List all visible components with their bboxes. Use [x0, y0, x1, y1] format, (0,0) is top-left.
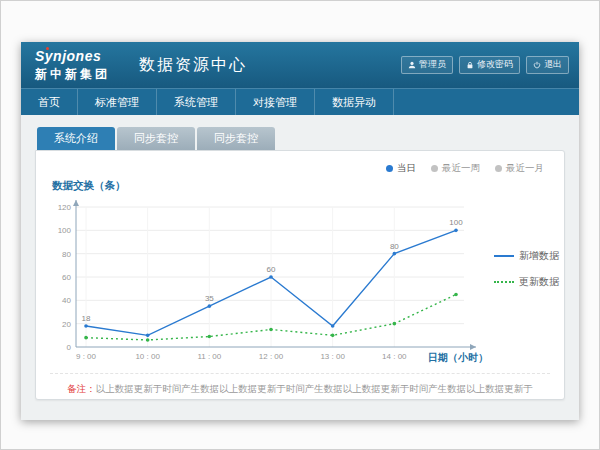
page-title: 数据资源中心 [139, 55, 247, 76]
series-legend: 新增数据 更新数据 [494, 249, 559, 289]
nav-item-standards[interactable]: 标准管理 [78, 89, 157, 115]
lock-icon [466, 61, 474, 69]
header-actions: 管理员 修改密码 退出 [401, 56, 569, 74]
change-password-button[interactable]: 修改密码 [459, 56, 520, 74]
legend-new-data-label: 新增数据 [519, 249, 559, 263]
svg-text:18: 18 [82, 314, 91, 323]
svg-text:35: 35 [205, 294, 214, 303]
svg-text:14 : 00: 14 : 00 [382, 352, 407, 361]
chart-panel: 当日 最近一周 最近一月 数据交换（条） 0204060801001209 : … [35, 150, 565, 400]
nav-item-system[interactable]: 系统管理 [157, 89, 236, 115]
filter-last-week[interactable]: 最近一周 [431, 162, 480, 175]
filter-dot-icon [386, 165, 393, 172]
solid-line-icon [494, 255, 514, 257]
filter-last-month-label: 最近一月 [506, 162, 544, 175]
chart-row: 0204060801001209 : 0010 : 0011 : 0012 : … [36, 195, 564, 373]
main-nav: 首页 标准管理 系统管理 对接管理 数据异动 [21, 88, 579, 115]
svg-text:0: 0 [67, 343, 72, 352]
svg-text:11 : 00: 11 : 00 [197, 352, 221, 361]
nav-item-datachange[interactable]: 数据异动 [315, 89, 394, 115]
desktop: { "header": { "logo_text": "Synjones", "… [0, 0, 600, 450]
nav-item-home[interactable]: 首页 [21, 89, 78, 115]
filter-dot-icon [495, 165, 502, 172]
filter-last-week-label: 最近一周 [442, 162, 480, 175]
svg-text:12 : 00: 12 : 00 [259, 352, 284, 361]
logout-button[interactable]: 退出 [526, 56, 569, 74]
dotted-line-icon [494, 281, 514, 283]
tab-bar: 系统介绍 同步套控 同步套控 [37, 127, 565, 150]
legend-new-data[interactable]: 新增数据 [494, 249, 559, 263]
change-password-label: 修改密码 [477, 59, 513, 71]
brand-logo: Synjones 新中新集团 [31, 48, 123, 83]
svg-text:60: 60 [62, 273, 71, 282]
filter-today-label: 当日 [397, 162, 416, 175]
svg-text:60: 60 [267, 265, 276, 274]
svg-text:10 : 00: 10 : 00 [135, 352, 160, 361]
svg-text:20: 20 [62, 320, 71, 329]
admin-user-button[interactable]: 管理员 [401, 56, 453, 74]
tab-sync-monitor-1[interactable]: 同步套控 [117, 127, 195, 150]
nav-item-interface[interactable]: 对接管理 [236, 89, 315, 115]
logout-icon [533, 61, 541, 69]
svg-text:80: 80 [62, 250, 71, 259]
svg-text:120: 120 [58, 203, 72, 212]
chart-y-axis-title: 数据交换（条） [52, 179, 564, 193]
brand-logo-text: Synjones [35, 48, 123, 64]
svg-text:日期（小时）: 日期（小时） [428, 352, 488, 363]
svg-text:100: 100 [449, 218, 463, 227]
tab-system-intro[interactable]: 系统介绍 [37, 127, 115, 150]
svg-text:100: 100 [58, 226, 72, 235]
svg-text:40: 40 [62, 296, 71, 305]
tab-sync-monitor-2[interactable]: 同步套控 [197, 127, 275, 150]
footnote-label: 备注： [67, 383, 96, 394]
svg-text:80: 80 [390, 242, 399, 251]
filter-today[interactable]: 当日 [386, 162, 416, 175]
footnote-text: 以上数据更新于时间产生数据以上数据更新于时间产生数据以上数据更新于时间产生数据以… [96, 383, 533, 394]
svg-text:9 : 00: 9 : 00 [76, 352, 97, 361]
footnote: 备注：以上数据更新于时间产生数据以上数据更新于时间产生数据以上数据更新于时间产生… [50, 373, 550, 399]
filter-dot-icon [431, 165, 438, 172]
app-header: Synjones 新中新集团 数据资源中心 管理员 修改密码 退出 [21, 42, 579, 88]
legend-updated-data[interactable]: 更新数据 [494, 275, 559, 289]
app-window: Synjones 新中新集团 数据资源中心 管理员 修改密码 退出 首页 标准管… [21, 42, 579, 420]
logout-label: 退出 [544, 59, 562, 71]
brand-company-name: 新中新集团 [35, 66, 123, 83]
admin-user-label: 管理员 [419, 59, 446, 71]
logo-accent-dot [46, 47, 49, 50]
filter-last-month[interactable]: 最近一月 [495, 162, 544, 175]
content-area: 系统介绍 同步套控 同步套控 当日 最近一周 最近一月 数据交换（条） [21, 115, 579, 420]
range-filters: 当日 最近一周 最近一月 [386, 162, 544, 175]
user-icon [408, 61, 416, 69]
line-chart: 0204060801001209 : 0010 : 0011 : 0012 : … [40, 195, 492, 373]
legend-updated-data-label: 更新数据 [519, 275, 559, 289]
svg-text:13 : 00: 13 : 00 [320, 352, 345, 361]
